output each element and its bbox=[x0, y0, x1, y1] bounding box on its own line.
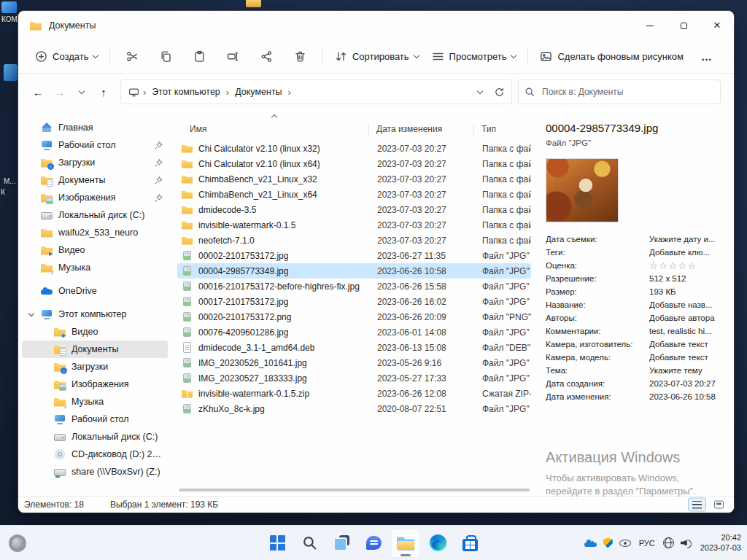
property-value[interactable]: Укажите дату и... bbox=[649, 235, 724, 244]
file-row[interactable]: 00002-2101753172.jpg 2023-06-27 11:35 Фа… bbox=[177, 248, 531, 263]
view-button[interactable]: Просмотреть bbox=[425, 45, 523, 68]
file-row[interactable]: 00076-4209601286.jpg 2023-06-01 14:08 Фа… bbox=[177, 324, 531, 340]
recent-locations-button[interactable] bbox=[71, 81, 93, 103]
file-row[interactable]: Chi Calculator v2.10 (linux x32) 2023-07… bbox=[177, 141, 531, 156]
sidebar-item[interactable]: Этот компьютер bbox=[22, 306, 168, 323]
sidebar-item[interactable]: Главная bbox=[22, 119, 168, 136]
file-row[interactable]: 00020-2101753172.png 2023-06-26 20:09 Фа… bbox=[177, 309, 531, 324]
sidebar-item[interactable]: waifu2x_533_neuro bbox=[22, 224, 168, 241]
address-dropdown-button[interactable] bbox=[471, 82, 489, 101]
clock[interactable]: 20:42 2023-07-03 bbox=[700, 533, 741, 553]
maximize-button[interactable] bbox=[667, 11, 700, 40]
file-row[interactable]: dmidecode_3.1-1_amd64.deb 2023-06-13 15:… bbox=[177, 340, 531, 355]
property-value[interactable]: 512 x 512 bbox=[649, 274, 724, 283]
desktop-icon-label[interactable]: К bbox=[1, 188, 5, 196]
sidebar-item[interactable]: Изображения bbox=[22, 376, 168, 393]
details-view-toggle-button[interactable] bbox=[688, 498, 706, 512]
desktop-icon-computer-glyph[interactable] bbox=[1, 1, 17, 13]
column-header-type[interactable]: Тип bbox=[474, 123, 537, 136]
sidebar-item[interactable]: Локальный диск (C:) bbox=[22, 428, 168, 446]
eye-tray-icon[interactable] bbox=[619, 540, 631, 547]
sidebar-item[interactable]: Загрузки bbox=[22, 154, 168, 171]
security-shield-icon[interactable] bbox=[603, 538, 613, 548]
file-row[interactable]: invisible-watermark-0.1.5 2023-07-03 20:… bbox=[177, 217, 531, 233]
file-row[interactable]: neofetch-7.1.0 2023-07-03 20:27 Папка с … bbox=[177, 233, 531, 248]
sort-button[interactable]: Сортировать bbox=[328, 45, 425, 68]
file-row[interactable]: 00016-2101753172-before-highres-fix.jpg … bbox=[177, 279, 531, 294]
file-row[interactable]: 00017-2101753172.jpg 2023-06-26 16:02 Фа… bbox=[177, 294, 531, 309]
search-input[interactable] bbox=[518, 79, 721, 104]
copy-button[interactable] bbox=[152, 45, 179, 69]
forward-button[interactable]: → bbox=[49, 81, 71, 103]
set-wallpaper-button[interactable]: Сделать фоновым рисунком bbox=[533, 45, 689, 68]
create-button[interactable]: Создать bbox=[28, 45, 104, 68]
sidebar-item[interactable]: CD-дисковод (D:) 20230607 bbox=[22, 446, 168, 463]
property-value[interactable]: Добавьте текст bbox=[649, 353, 724, 362]
desktop-icon-label[interactable]: М... bbox=[4, 177, 16, 185]
close-button[interactable] bbox=[700, 11, 734, 40]
rename-button[interactable] bbox=[220, 45, 247, 69]
chevron-expand-icon[interactable] bbox=[28, 310, 34, 316]
property-value[interactable]: 193 КБ bbox=[649, 287, 724, 296]
sidebar-item[interactable]: OneDrive bbox=[22, 282, 168, 300]
property-value[interactable]: Добавьте автора bbox=[649, 314, 724, 322]
sidebar-item[interactable]: share (\\VBoxSvr) (Z:) bbox=[22, 463, 168, 481]
file-row[interactable]: 00004-2985773349.jpg 2023-06-26 10:58 Фа… bbox=[177, 263, 531, 279]
sidebar-item[interactable]: Видео bbox=[22, 241, 168, 259]
desktop-folder-icon-partial[interactable] bbox=[246, 0, 261, 7]
property-value[interactable]: test, realistic hi... bbox=[649, 327, 724, 335]
sidebar-item[interactable]: Загрузки bbox=[22, 358, 168, 376]
property-value[interactable]: Добавьте назв... bbox=[649, 300, 724, 309]
taskbar-search-button[interactable] bbox=[295, 529, 324, 558]
sidebar-item[interactable]: Изображения bbox=[22, 189, 168, 206]
sidebar-item[interactable]: Рабочий стол bbox=[22, 136, 168, 154]
file-row[interactable]: Chi Calculator v2.10 (linux x64) 2023-07… bbox=[177, 156, 531, 171]
property-value[interactable]: 2023-06-26 10:58 bbox=[649, 392, 724, 401]
chat-button[interactable] bbox=[359, 529, 388, 558]
up-button[interactable]: ↑ bbox=[93, 81, 115, 103]
start-button[interactable] bbox=[263, 529, 292, 558]
breadcrumb-documents[interactable]: Документы bbox=[233, 85, 284, 99]
breadcrumb-this-pc[interactable]: Этот компьютер bbox=[150, 85, 222, 99]
language-indicator[interactable]: РУС bbox=[638, 539, 657, 548]
property-value[interactable]: Укажите тему bbox=[649, 366, 724, 375]
sidebar-item[interactable]: Музыка bbox=[22, 259, 168, 276]
minimize-button[interactable] bbox=[633, 11, 667, 40]
desktop-icon-label[interactable]: КОМ bbox=[1, 15, 18, 23]
cut-button[interactable] bbox=[119, 45, 145, 69]
volume-icon[interactable] bbox=[681, 539, 692, 548]
delete-button[interactable] bbox=[287, 45, 314, 69]
column-header-date-modified[interactable]: Дата изменения bbox=[369, 123, 474, 136]
file-row[interactable]: ChimbaBench_v21_Linux_x64 2023-07-03 20:… bbox=[177, 187, 531, 202]
address-bar[interactable]: › Этот компьютер › Документы › bbox=[120, 79, 512, 104]
share-button[interactable] bbox=[254, 45, 280, 69]
store-button[interactable] bbox=[455, 529, 484, 558]
property-value[interactable]: Добавьте текст bbox=[649, 340, 724, 349]
file-row[interactable]: dmidecode-3.5 2023-07-03 20:27 Папка с ф… bbox=[177, 202, 531, 217]
taskbar-corner-app-icon[interactable] bbox=[9, 534, 26, 552]
property-value[interactable]: 2023-07-03 20:27 bbox=[649, 379, 724, 388]
sidebar-item[interactable]: Музыка bbox=[22, 393, 168, 411]
sidebar-item[interactable]: Видео bbox=[22, 323, 168, 341]
refresh-button[interactable] bbox=[489, 82, 508, 101]
file-row[interactable]: invisible-watermark-0.1.5.zip 2023-06-26… bbox=[177, 386, 531, 401]
paste-button[interactable] bbox=[187, 45, 213, 69]
property-value[interactable]: ☆☆☆☆☆ bbox=[649, 260, 724, 271]
thumbnail-view-toggle-button[interactable] bbox=[710, 498, 728, 512]
column-header-name[interactable]: Имя bbox=[171, 123, 369, 136]
task-view-button[interactable] bbox=[327, 529, 356, 558]
file-row[interactable]: zKhuXo_8c-k.jpg 2020-08-07 22:51 Файл "J… bbox=[177, 401, 531, 416]
property-value[interactable]: Добавьте клю... bbox=[649, 248, 724, 257]
desktop-icon-glyph[interactable] bbox=[4, 64, 18, 81]
edge-button[interactable] bbox=[423, 529, 452, 558]
horizontal-scrollbar[interactable] bbox=[179, 489, 530, 491]
sidebar-item[interactable]: Документы bbox=[22, 171, 168, 189]
file-row[interactable]: IMG_20230526_101641.jpg 2023-05-26 9:16 … bbox=[177, 355, 531, 370]
network-globe-icon[interactable] bbox=[663, 537, 674, 548]
file-row[interactable]: ChimbaBench_v21_Linux_x32 2023-07-03 20:… bbox=[177, 171, 531, 187]
file-explorer-button[interactable] bbox=[391, 529, 420, 558]
sidebar-item[interactable]: Документы bbox=[22, 341, 168, 358]
back-button[interactable]: ← bbox=[27, 81, 49, 103]
sidebar-item[interactable]: Рабочий стол bbox=[22, 411, 168, 428]
onedrive-tray-icon[interactable] bbox=[584, 539, 597, 548]
